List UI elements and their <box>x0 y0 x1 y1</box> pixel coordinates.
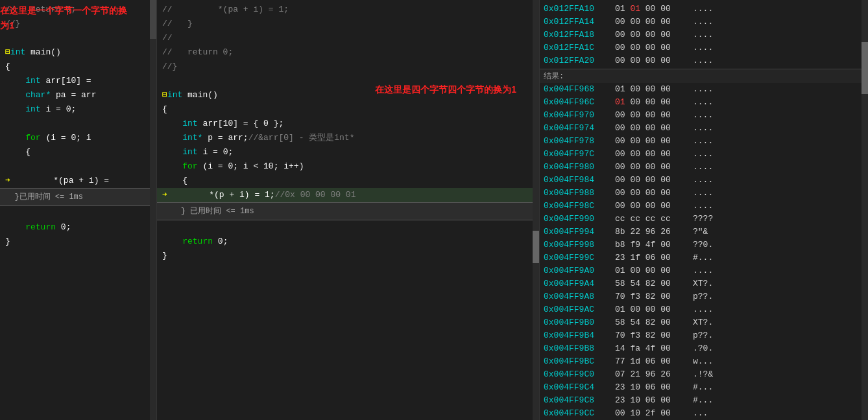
memory-row: 0x004FF998 b8 f9 4f 00 ??0. <box>540 239 868 251</box>
code-line: //} <box>157 60 539 74</box>
memory-row: 0x012FFA14 00 00 00 00 .... <box>540 16 868 29</box>
memory-row: 0x004FF970 00 00 00 00 .... <box>540 109 868 122</box>
right-scrollbar-thumb[interactable] <box>862 42 868 94</box>
memory-row: 0x004FF9A8 70 f3 82 00 p??. <box>540 290 868 303</box>
code-line: return 0; <box>0 220 156 235</box>
code-line: return 0; <box>157 235 539 249</box>
memory-row: 0x004FF9C0 07 21 96 26 .!?& <box>540 368 868 381</box>
code-line: ➔ *(pa + i) = <box>0 174 156 188</box>
memory-row: 0x004FF978 00 00 00 00 .... <box>540 135 868 148</box>
middle-code-area: // *(pa + i) = 1; // } // // return 0; /… <box>157 0 539 266</box>
code-line: { <box>0 60 156 74</box>
top-memory-section: 0x012FFA10 01 01 00 00 .... 0x012FFA14 0… <box>540 0 868 69</box>
main-memory-section: 0x004FF968 01 00 00 00 .... 0x004FF96C 0… <box>540 83 868 420</box>
middle-scrollbar-thumb[interactable] <box>533 231 539 263</box>
code-line: // } <box>157 17 539 31</box>
code-line: int i = 0; <box>0 102 156 117</box>
memory-row: 0x004FF9CC 00 10 2f 00 ... <box>540 407 868 420</box>
left-scrollbar-thumb[interactable] <box>150 0 156 39</box>
left-annotation: 在这里是一个字节一个字节的换为1 <box>0 4 134 34</box>
memory-row: 0x012FFA10 01 01 00 00 .... <box>540 3 868 16</box>
memory-row: 0x004FF988 00 00 00 00 .... <box>540 187 868 200</box>
memory-row: 0x004FF980 00 00 00 00 .... <box>540 161 868 174</box>
memory-row: 0x004FF97C 00 00 00 00 .... <box>540 148 868 161</box>
memory-row: 0x012FFA1C 00 00 00 00 .... <box>540 41 868 54</box>
left-status-bar: } 已用时间 <= 1ms <box>0 188 156 206</box>
memory-row: 0x004FF9BC 77 1d 06 00 w... <box>540 355 868 368</box>
code-line <box>157 220 539 235</box>
memory-row: 0x004FF96C 01 00 00 00 .... <box>540 96 868 109</box>
middle-scrollbar-track[interactable] <box>533 0 539 420</box>
code-line: int arr[10] = <box>0 74 156 88</box>
middle-annotation: 在这里是四个字节四个字节的换为1 <box>375 84 516 96</box>
memory-row: 0x004FF984 00 00 00 00 .... <box>540 174 868 187</box>
left-code-panel: 在这里是一个字节一个字节的换为1 // return 0; //} ⊟int m… <box>0 0 157 420</box>
middle-status-bar: } 已用时间 <= 1ms <box>157 202 539 220</box>
code-line: for (i = 0; i < 10; i++) <box>157 159 539 174</box>
code-line-highlighted: ➔ *(p + i) = 1;//0x 00 00 00 01 <box>157 188 539 202</box>
memory-row: 0x004FF994 8b 22 96 26 ?″& <box>540 226 868 239</box>
result-label: 结果: <box>540 69 868 83</box>
code-line <box>0 117 156 131</box>
code-line: { <box>0 145 156 159</box>
memory-row: 0x004FF9A0 01 00 00 00 .... <box>540 264 868 277</box>
memory-row: 0x004FF9B8 14 fa 4f 00 .?0. <box>540 342 868 355</box>
memory-row: 0x004FF9C4 23 10 06 00 #... <box>540 381 868 394</box>
memory-row: 0x012FFA20 00 00 00 00 .... <box>540 54 868 67</box>
memory-row: 0x004FF9B4 70 f3 82 00 p??. <box>540 329 868 342</box>
memory-row: 0x004FF99C 23 1f 06 00 #... <box>540 251 868 264</box>
memory-panel: 0x012FFA10 01 01 00 00 .... 0x012FFA14 0… <box>540 0 868 420</box>
code-line: int* p = arr;//&arr[0] - 类型是int* <box>157 131 539 145</box>
memory-row: 0x004FF9B0 58 54 82 00 XT?. <box>540 316 868 329</box>
memory-row: 0x004FF98C 00 00 00 00 .... <box>540 200 868 213</box>
code-line: for (i = 0; i <box>0 131 156 145</box>
memory-row: 0x004FF9A4 58 54 82 00 XT?. <box>540 277 868 290</box>
code-line <box>0 159 156 174</box>
code-line: } <box>157 249 539 263</box>
code-line: // *(pa + i) = 1; <box>157 3 539 17</box>
code-line: ⊟int main() <box>0 45 156 60</box>
code-line: char* pa = arr <box>0 88 156 102</box>
code-line: // <box>157 31 539 45</box>
left-scrollbar-track[interactable] <box>150 0 156 420</box>
code-line: { <box>157 102 539 117</box>
memory-row: 0x004FF9C8 23 10 06 00 #... <box>540 394 868 407</box>
middle-code-panel: 在这里是四个字节四个字节的换为1 // *(pa + i) = 1; // } … <box>157 0 540 420</box>
code-line: // return 0; <box>157 45 539 60</box>
right-scrollbar-track[interactable] <box>862 0 868 420</box>
memory-row: 0x004FF968 01 00 00 00 .... <box>540 83 868 96</box>
memory-row: 0x012FFA18 00 00 00 00 .... <box>540 29 868 41</box>
memory-row: 0x004FF9AC 01 00 00 00 .... <box>540 303 868 316</box>
code-line: int i = 0; <box>157 145 539 159</box>
memory-row: 0x004FF990 cc cc cc cc ???? <box>540 213 868 226</box>
code-line: { <box>157 174 539 188</box>
memory-row: 0x004FF974 00 00 00 00 .... <box>540 122 868 135</box>
code-line <box>0 206 156 220</box>
code-line: int arr[10] = { 0 }; <box>157 117 539 131</box>
left-code-area: 在这里是一个字节一个字节的换为1 // return 0; //} ⊟int m… <box>0 0 156 251</box>
code-line: } <box>0 235 156 249</box>
